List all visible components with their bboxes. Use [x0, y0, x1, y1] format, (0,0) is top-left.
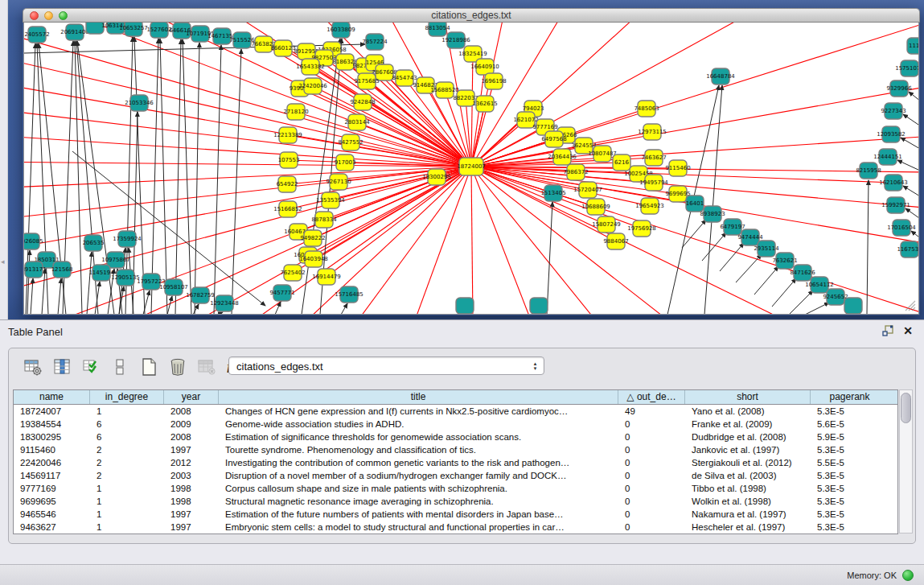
table-cell-pagerank[interactable]: 5.3E-5 [811, 521, 889, 534]
graph-node-yellow[interactable]: 8660123 [270, 40, 295, 56]
graph-node-yellow[interactable]: 6216 [613, 154, 630, 171]
table-cell-name[interactable]: 19384554 [14, 418, 90, 431]
table-cell-short[interactable]: Dudbridge et al. (2008) [685, 431, 811, 443]
citation-edge-black[interactable] [867, 180, 869, 315]
table-row[interactable]: 946362711997Embryonic stem cells: a mode… [14, 521, 897, 534]
table-cell-out_de[interactable]: 0 [618, 495, 685, 508]
table-cell-pagerank[interactable]: 5.3E-5 [811, 508, 889, 521]
network-view-window[interactable]: citations_edges.txt 24055722069140610631… [23, 8, 920, 315]
table-row[interactable]: 1938455462009Genome-wide association stu… [14, 418, 897, 431]
graph-node-yellow[interactable]: 10688609 [581, 199, 610, 215]
column-header-in_degree[interactable]: in_degree [90, 390, 164, 404]
graph-node-teal[interactable]: 121568 [51, 262, 73, 278]
table-cell-short[interactable]: Franke et al. (2009) [685, 418, 811, 431]
column-header-year[interactable]: year [164, 390, 219, 404]
graph-node-teal[interactable] [456, 298, 474, 314]
table-cell-year[interactable]: 1997 [164, 508, 219, 521]
graph-node-yellow[interactable]: 9267130 [326, 174, 351, 190]
table-cell-pagerank[interactable]: 5.5E-5 [811, 456, 889, 469]
table-cell-short[interactable]: Yano et al. (2008) [685, 405, 811, 418]
table-cell-year[interactable]: 2008 [164, 431, 219, 443]
table-cell-year[interactable]: 1997 [164, 443, 219, 456]
table-cell-name[interactable]: 18300295 [14, 431, 90, 443]
network-canvas[interactable]: 2405572206914061063141710653257152760264… [23, 23, 919, 315]
table-cell-year[interactable]: 2009 [164, 418, 219, 431]
table-cell-pagerank[interactable]: 5.3E-5 [811, 495, 889, 508]
citation-edge-black[interactable] [736, 254, 762, 282]
graph-node-teal[interactable]: 1527602 [146, 23, 171, 38]
citation-edge-black[interactable] [547, 202, 552, 315]
table-cell-in_degree[interactable]: 2 [90, 456, 164, 469]
graph-node-yellow[interactable]: 9115460 [665, 160, 690, 176]
citation-edge-black[interactable] [789, 290, 813, 315]
citation-edge-black[interactable] [341, 303, 347, 315]
table-cell-name[interactable]: 18724007 [14, 405, 90, 418]
citation-edge-black[interactable] [160, 39, 167, 315]
graph-node-teal[interactable]: 12444151 [873, 149, 902, 165]
graph-node-teal[interactable]: 9329966 [886, 80, 912, 97]
citation-edge-red[interactable] [466, 98, 471, 167]
graph-node-yellow[interactable]: 16914479 [312, 269, 341, 285]
table-cell-title[interactable]: Investigating the contribution of common… [219, 456, 618, 469]
table-cell-short[interactable]: Jankovic et al. (1997) [685, 443, 811, 456]
graph-node-yellow[interactable]: 7986372 [563, 164, 588, 180]
table-cell-in_degree[interactable]: 2 [90, 469, 164, 482]
graph-node-yellow[interactable]: 654922 [277, 176, 298, 192]
canvas-resize-grip-icon[interactable] [903, 299, 916, 311]
table-cell-short[interactable]: Hescheler et al. (1997) [685, 521, 811, 534]
graph-node-yellow[interactable]: 917003 [335, 154, 356, 171]
memory-ok-indicator[interactable] [902, 570, 914, 581]
graph-node-teal[interactable]: 15992971 [881, 197, 910, 213]
table-cell-out_de[interactable]: 49 [618, 405, 685, 418]
citation-edge-black[interactable] [754, 266, 778, 295]
table-scrollbar[interactable] [899, 389, 913, 534]
table-cell-out_de[interactable]: 0 [618, 508, 685, 521]
table-cell-name[interactable]: 9699695 [14, 495, 90, 508]
citation-edge-black[interactable] [193, 304, 199, 315]
graph-node-teal[interactable]: 1117 [907, 38, 919, 54]
add-column-button[interactable] [109, 356, 131, 378]
graph-node-yellow[interactable]: 2718120 [283, 104, 308, 120]
citation-edge-black[interactable] [183, 39, 191, 315]
table-cell-pagerank[interactable]: 5.3E-5 [811, 482, 889, 495]
graph-node-yellow[interactable]: 9175685 [354, 73, 379, 89]
graph-node-yellow[interactable]: 12973115 [638, 124, 667, 140]
graph-node-yellow[interactable]: 6497568 [541, 131, 566, 147]
graph-node-teal[interactable]: 15751074 [895, 60, 919, 76]
graph-node-yellow[interactable]: 107553 [278, 152, 300, 168]
delete-rows-button[interactable] [166, 356, 189, 378]
citation-edge-black[interactable] [720, 243, 744, 271]
graph-node-yellow[interactable]: 9884067 [603, 233, 628, 249]
graph-node-teal[interactable]: 16210643 [879, 175, 908, 191]
citation-edge-black[interactable] [87, 252, 92, 315]
table-cell-short[interactable]: Nakamura et al. (1997) [685, 508, 811, 521]
table-cell-in_degree[interactable]: 1 [90, 508, 164, 521]
table-row[interactable]: 2242004622012Investigating the contribut… [14, 456, 897, 469]
citation-edge-black[interactable] [58, 278, 61, 315]
table-cell-in_degree[interactable]: 1 [90, 405, 164, 418]
graph-node-teal[interactable]: 12093582 [877, 126, 906, 142]
table-cell-out_de[interactable]: 0 [618, 521, 685, 534]
graph-node-yellow[interactable]: 13535394 [316, 192, 345, 208]
graph-node-teal[interactable]: 15716485 [335, 286, 363, 303]
citation-edge-black[interactable] [217, 312, 223, 315]
table-cell-out_de[interactable]: 0 [618, 456, 685, 469]
citation-edge-black[interactable] [167, 296, 172, 315]
table-row[interactable]: 977716911998Corpus callosum shape and si… [14, 482, 897, 495]
table-cell-pagerank[interactable]: 5.3E-5 [811, 405, 889, 418]
citation-edge-black[interactable] [704, 85, 722, 315]
table-cell-name[interactable]: 9463627 [14, 521, 90, 534]
table-cell-title[interactable]: Estimation of significance thresholds fo… [219, 431, 618, 443]
graph-node-yellow[interactable]: 7463627 [641, 150, 666, 166]
citation-edge-black[interactable] [702, 233, 726, 261]
graph-node-yellow[interactable]: 1362615 [472, 96, 497, 112]
table-cell-short[interactable]: Stergiakouli et al. (2012) [685, 456, 811, 469]
graph-node-yellow[interactable]: 7485063 [634, 101, 659, 117]
graph-node-yellow[interactable]: 18724007 [457, 158, 486, 175]
citation-edge-black[interactable] [175, 39, 181, 315]
close-panel-icon[interactable]: ✕ [903, 325, 913, 336]
table-cell-title[interactable]: Changes of HCN gene expression and I(f) … [219, 405, 618, 418]
graph-node-teal[interactable]: 8813054 [425, 23, 450, 36]
graph-node-teal[interactable] [530, 298, 548, 314]
table-cell-title[interactable]: Corpus callosum shape and size in male p… [219, 482, 618, 495]
